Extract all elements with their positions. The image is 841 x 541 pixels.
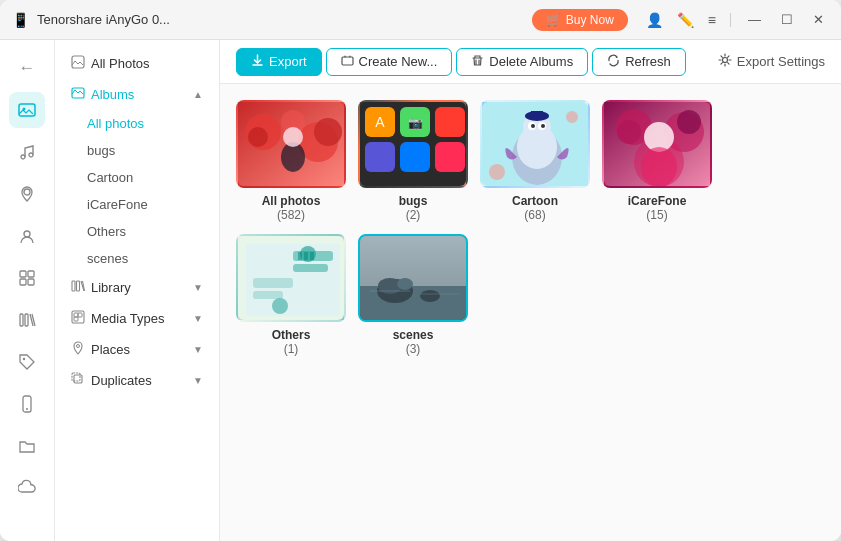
svg-rect-22	[74, 317, 78, 321]
svg-text:📷: 📷	[408, 115, 423, 130]
album-thumb-bugs: A 📷	[358, 100, 468, 188]
sidebar-sub-scenes[interactable]: scenes	[71, 245, 219, 272]
create-icon	[341, 54, 354, 70]
app-title: Tenorshare iAnyGo 0...	[37, 12, 524, 27]
sidebar-sub-bugs[interactable]: bugs	[71, 137, 219, 164]
media-types-chevron: ▼	[193, 313, 203, 324]
svg-rect-75	[310, 252, 314, 260]
album-thumb-others	[236, 234, 346, 322]
sidebar-sub-others[interactable]: Others	[71, 218, 219, 245]
rail-back[interactable]: ←	[9, 50, 45, 86]
titlebar-actions: 👤 ✏️ ≡ — ☐ ✕	[644, 10, 829, 30]
refresh-button[interactable]: Refresh	[592, 48, 686, 76]
sidebar-all-photos[interactable]: All Photos	[55, 48, 219, 79]
menu-icon-button[interactable]: ≡	[706, 10, 718, 30]
duplicates-icon	[71, 372, 85, 389]
sidebar: All Photos Albums ▲ All photos bugs Cart…	[55, 40, 220, 541]
buy-now-button[interactable]: 🛒 Buy Now	[532, 9, 628, 31]
album-card-all-photos[interactable]: All photos (582)	[236, 100, 346, 222]
user-icon-button[interactable]: 👤	[644, 10, 665, 30]
media-types-label: Media Types	[91, 311, 164, 326]
rail-photos[interactable]	[9, 92, 45, 128]
settings-icon	[718, 53, 732, 70]
albums-label: Albums	[91, 87, 134, 102]
all-photos-label: All Photos	[91, 56, 150, 71]
library-header[interactable]: Library ▼	[55, 272, 219, 303]
export-settings-button[interactable]: Export Settings	[718, 53, 825, 70]
svg-rect-24	[74, 375, 82, 383]
album-label-scenes: scenes	[393, 328, 434, 342]
svg-rect-77	[360, 236, 468, 286]
svg-rect-9	[28, 279, 34, 285]
album-card-scenes[interactable]: scenes (3)	[358, 234, 468, 356]
album-grid: All photos (582)	[220, 84, 841, 541]
delete-albums-button[interactable]: Delete Albums	[456, 48, 588, 76]
rail-tag[interactable]	[9, 344, 45, 380]
svg-rect-11	[25, 314, 28, 326]
svg-rect-50	[531, 111, 543, 118]
sidebar-sub-all-photos[interactable]: All photos	[71, 110, 219, 137]
sidebar-sub-icareefone[interactable]: iCareFone	[71, 191, 219, 218]
svg-point-54	[541, 124, 545, 128]
rail-folder[interactable]	[9, 428, 45, 464]
album-label-icareefone: iCareFone	[628, 194, 687, 208]
rail-device[interactable]	[9, 386, 45, 422]
albums-icon	[71, 86, 85, 103]
export-settings-label: Export Settings	[737, 54, 825, 69]
svg-point-2	[21, 155, 25, 159]
export-label: Export	[269, 54, 307, 69]
album-card-bugs[interactable]: A 📷 bugs (2)	[358, 100, 468, 222]
rail-library[interactable]	[9, 302, 45, 338]
svg-rect-73	[298, 252, 302, 260]
close-button[interactable]: ✕	[808, 10, 829, 29]
rail-contacts[interactable]	[9, 218, 45, 254]
places-header[interactable]: Places ▼	[55, 334, 219, 365]
rail-cloud[interactable]	[9, 470, 45, 506]
albums-sub-list: All photos bugs Cartoon iCareFone Others…	[55, 110, 219, 272]
album-card-cartoon[interactable]: Cartoon (68)	[480, 100, 590, 222]
edit-icon-button[interactable]: ✏️	[675, 10, 696, 30]
minimize-button[interactable]: —	[743, 10, 766, 29]
places-icon	[71, 341, 85, 358]
svg-rect-20	[74, 313, 78, 317]
rail-music[interactable]	[9, 134, 45, 170]
svg-rect-6	[20, 271, 26, 277]
svg-point-81	[397, 278, 413, 290]
delete-albums-label: Delete Albums	[489, 54, 573, 69]
album-card-others[interactable]: Others (1)	[236, 234, 346, 356]
album-count-all-photos: (582)	[277, 208, 305, 222]
toolbar-right: Export Settings	[718, 53, 825, 70]
create-new-button[interactable]: Create New...	[326, 48, 453, 76]
album-count-icareefone: (15)	[646, 208, 667, 222]
rail-apps[interactable]	[9, 260, 45, 296]
places-chevron: ▼	[193, 344, 203, 355]
svg-rect-21	[78, 313, 82, 317]
svg-point-71	[272, 298, 288, 314]
svg-rect-8	[20, 279, 26, 285]
library-label: Library	[91, 280, 131, 295]
sidebar-sub-cartoon[interactable]: Cartoon	[71, 164, 219, 191]
refresh-label: Refresh	[625, 54, 671, 69]
svg-point-23	[77, 345, 80, 348]
export-button[interactable]: Export	[236, 48, 322, 76]
album-label-cartoon: Cartoon	[512, 194, 558, 208]
albums-header[interactable]: Albums ▲	[55, 79, 219, 110]
album-card-icareefone[interactable]: iCareFone (15)	[602, 100, 712, 222]
rail-location[interactable]	[9, 176, 45, 212]
svg-point-59	[617, 120, 641, 144]
media-types-header[interactable]: Media Types ▼	[55, 303, 219, 334]
duplicates-header[interactable]: Duplicates ▼	[55, 365, 219, 396]
delete-icon	[471, 54, 484, 70]
album-label-bugs: bugs	[399, 194, 428, 208]
places-label: Places	[91, 342, 130, 357]
svg-rect-10	[20, 314, 23, 326]
svg-point-5	[24, 231, 30, 237]
export-icon	[251, 54, 264, 70]
duplicates-label: Duplicates	[91, 373, 152, 388]
album-thumb-icareefone	[602, 100, 712, 188]
album-thumb-cartoon	[480, 100, 590, 188]
maximize-button[interactable]: ☐	[776, 10, 798, 29]
duplicates-chevron: ▼	[193, 375, 203, 386]
svg-rect-18	[77, 281, 80, 291]
cart-icon: 🛒	[546, 13, 561, 27]
